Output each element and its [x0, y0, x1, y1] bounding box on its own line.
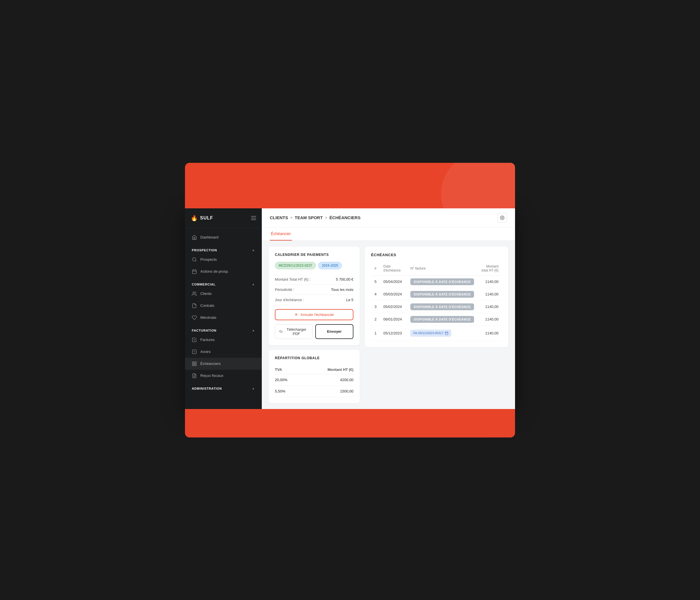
- breadcrumb-sep2: >: [325, 216, 327, 220]
- echeance-montant: 1140,00: [477, 275, 502, 288]
- right-panel: ÉCHÉANCES # Date d'échéance N° facture M…: [365, 247, 508, 403]
- echeance-num: 2: [371, 313, 380, 325]
- sidebar-item-label: Contrats: [200, 303, 214, 308]
- upload-icon: [279, 330, 282, 333]
- cancel-echeancier-button[interactable]: Annuler l'échéancier: [275, 309, 353, 320]
- chevron-up-icon: ▲: [252, 329, 255, 332]
- repartition-table: TVA Montant HT (€) 20,00% 4200,00 5,50% …: [275, 365, 353, 397]
- hamburger-menu[interactable]: [251, 216, 256, 220]
- echeances-row: 1 05/12/2023 FA-05/12/2023-00317 1140,00: [371, 325, 502, 341]
- sidebar-item-echeanciers[interactable]: Échéanciers: [185, 358, 262, 370]
- svg-point-0: [192, 257, 196, 261]
- echeance-date: 05/03/2024: [380, 288, 407, 300]
- repartition-montant: 4200,00: [300, 374, 353, 385]
- send-button[interactable]: Envoyer: [315, 324, 353, 339]
- sidebar-item-factures[interactable]: Factures: [185, 334, 262, 346]
- sidebar-item-label: Clients: [200, 292, 212, 296]
- info-periodicite: Périodicité : Tous les mois: [275, 285, 353, 295]
- echeance-facture: DISPONIBLE À DATE D'ÉCHÉANCE: [407, 300, 477, 313]
- badge-available: DISPONIBLE À DATE D'ÉCHÉANCE: [410, 316, 474, 323]
- periodicite-label: Périodicité :: [275, 288, 294, 292]
- heart-icon: [192, 315, 197, 320]
- top-bar: CLIENTS > TEAM SPORT > ÉCHÉANCIERS: [262, 208, 515, 227]
- echeances-row: 3 05/02/2024 DISPONIBLE À DATE D'ÉCHÉANC…: [371, 300, 502, 313]
- breadcrumb: CLIENTS > TEAM SPORT > ÉCHÉANCIERS: [270, 215, 360, 220]
- badge-available: DISPONIBLE À DATE D'ÉCHÉANCE: [410, 303, 474, 310]
- repartition-row: 20,00% 4200,00: [275, 374, 353, 385]
- file-text-icon: [192, 373, 197, 378]
- home-icon: [192, 235, 197, 240]
- echeance-date: 05/02/2024: [380, 300, 407, 313]
- svg-rect-12: [192, 364, 194, 366]
- search-icon: [192, 257, 197, 262]
- logo-area: 🔥 SULF: [191, 215, 213, 221]
- tab-echeancier[interactable]: Échéancier: [270, 227, 292, 241]
- echeance-facture: DISPONIBLE À DATE D'ÉCHÉANCE: [407, 275, 477, 288]
- tag-year: 2024-2025: [318, 262, 342, 269]
- svg-line-1: [195, 260, 196, 261]
- sidebar-item-label: Échéanciers: [200, 361, 221, 366]
- repartition-title: RÉPARTITION GLOBALE: [275, 356, 353, 360]
- sidebar-item-prospects[interactable]: Prospects: [185, 254, 262, 266]
- sidebar: 🔥 SULF Dashboard PROSPECTION ▲: [185, 208, 262, 409]
- echeance-facture: DISPONIBLE À DATE D'ÉCHÉANCE: [407, 313, 477, 325]
- settings-button[interactable]: [497, 213, 507, 223]
- minus-square-icon: [192, 349, 197, 354]
- sidebar-item-label: Dashboard: [200, 235, 219, 240]
- sidebar-item-label: Reçus fiscaux: [200, 373, 223, 378]
- repartition-tva: 20,00%: [275, 374, 300, 385]
- sidebar-item-label: Prospects: [200, 257, 217, 261]
- chevron-up-icon: ▲: [252, 249, 255, 252]
- sidebar-item-clients[interactable]: Clients: [185, 288, 262, 300]
- download-pdf-button[interactable]: Télécharger PDF: [275, 324, 312, 339]
- main-content: CLIENTS > TEAM SPORT > ÉCHÉANCIERS Échéa…: [262, 208, 515, 409]
- content-area: CALENDRIER DE PAIEMENTS MCD29/11/2023-02…: [262, 241, 515, 409]
- echeance-montant: 1140,00: [477, 325, 502, 341]
- file-icon: [192, 303, 197, 308]
- left-panel: CALENDRIER DE PAIEMENTS MCD29/11/2023-02…: [269, 247, 360, 403]
- sidebar-item-recus[interactable]: Reçus fiscaux: [185, 370, 262, 382]
- nav-section-facturation: FACTURATION ▲: [185, 324, 262, 334]
- logo-icon: 🔥: [191, 215, 198, 221]
- echeance-label: Jour d'échéance :: [275, 298, 304, 302]
- breadcrumb-clients[interactable]: CLIENTS: [270, 215, 288, 220]
- info-montant: Montant Total HT (€) : 5 700,00 €: [275, 274, 353, 285]
- col-montant: Montant HT (€): [300, 365, 353, 374]
- badge-available: DISPONIBLE À DATE D'ÉCHÉANCE: [410, 278, 474, 285]
- repartition-montant: 1500,00: [300, 385, 353, 397]
- sidebar-item-label: Factures: [200, 338, 215, 342]
- col-tva: TVA: [275, 365, 300, 374]
- breadcrumb-team-sport[interactable]: TEAM SPORT: [295, 215, 323, 220]
- sidebar-item-actions[interactable]: Actions de prosp.: [185, 266, 262, 277]
- repartition-card: RÉPARTITION GLOBALE TVA Montant HT (€) 2…: [269, 350, 360, 403]
- echeance-montant: 1140,00: [477, 313, 502, 325]
- nav-section-administration: ADMINISTRATION ▲: [185, 382, 262, 392]
- sidebar-item-mecenats[interactable]: Mécénats: [185, 312, 262, 324]
- sidebar-item-label: Avoirs: [200, 350, 210, 354]
- chevron-up-icon: ▲: [252, 387, 255, 390]
- svg-rect-2: [192, 270, 196, 274]
- btn-row: Télécharger PDF Envoyer: [275, 324, 353, 339]
- echeance-num: 4: [371, 288, 380, 300]
- sidebar-item-dashboard[interactable]: Dashboard: [185, 231, 262, 243]
- col-facture: N° facture: [407, 261, 477, 276]
- grid-icon: [192, 361, 197, 366]
- calendrier-title: CALENDRIER DE PAIEMENTS: [275, 253, 353, 257]
- nav-section-commercial: COMMERCIAL ▲: [185, 277, 262, 288]
- svg-point-6: [193, 292, 195, 294]
- sidebar-item-contrats[interactable]: Contrats: [185, 300, 262, 312]
- echeance-montant: 1140,00: [477, 288, 502, 300]
- col-num: #: [371, 261, 380, 276]
- echeance-num: 3: [371, 300, 380, 313]
- calendar-icon: [445, 331, 448, 335]
- badge-invoice[interactable]: FA-05/12/2023-00317: [410, 330, 451, 337]
- echeance-num: 5: [371, 275, 380, 288]
- echeance-date: 05/12/2023: [380, 325, 407, 341]
- sidebar-header: 🔥 SULF: [185, 208, 262, 228]
- montant-label: Montant Total HT (€) :: [275, 277, 310, 281]
- sidebar-item-avoirs[interactable]: Avoirs: [185, 346, 262, 358]
- col-montant: Montant total HT (€): [477, 261, 502, 276]
- badge-available: DISPONIBLE À DATE D'ÉCHÉANCE: [410, 291, 474, 298]
- periodicite-value: Tous les mois: [331, 288, 353, 292]
- echeances-card: ÉCHÉANCES # Date d'échéance N° facture M…: [365, 247, 508, 347]
